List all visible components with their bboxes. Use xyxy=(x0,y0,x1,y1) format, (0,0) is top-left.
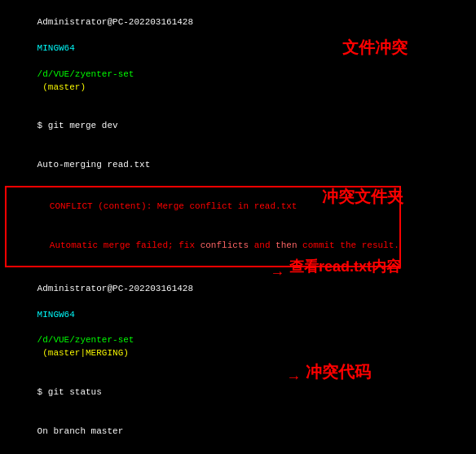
prompt-path-1: /d/VUE/zyenter-set xyxy=(37,69,134,79)
annotation-conflict-folder: 冲突文件夹 xyxy=(322,186,403,208)
cmd-line-1: $ git merge dev xyxy=(5,108,471,147)
prompt-space-2 xyxy=(37,56,43,66)
prompt-shell-1: MINGW64 xyxy=(37,43,75,53)
prompt-dollar-1: $ git merge dev xyxy=(37,121,118,130)
section-2: Administrator@PC-202203161428 MINGW64 /d… xyxy=(5,270,471,454)
annotation-conflict-code: 冲突代码 xyxy=(306,361,371,383)
cmd-line-2: $ git status xyxy=(5,373,471,412)
output-branch: On branch master xyxy=(5,412,471,452)
prompt-branch-1: (master) xyxy=(37,82,86,92)
annotation-file-conflict: 文件冲突 xyxy=(342,37,408,59)
prompt-space-1 xyxy=(37,30,43,40)
annotation-view-content: 查看read.txt内容 xyxy=(289,257,401,276)
output-automerge: Auto-merging read.txt xyxy=(5,146,471,185)
prompt-user-1: Administrator@PC-202203161428 xyxy=(37,17,193,27)
prompt-line-2: Administrator@PC-202203161428 MINGW64 /d… xyxy=(5,270,471,374)
arrow-conflict-code: → xyxy=(289,369,298,386)
terminal: Administrator@PC-202203161428 MINGW64 /d… xyxy=(0,0,476,454)
arrow-view-content: → xyxy=(273,265,282,281)
